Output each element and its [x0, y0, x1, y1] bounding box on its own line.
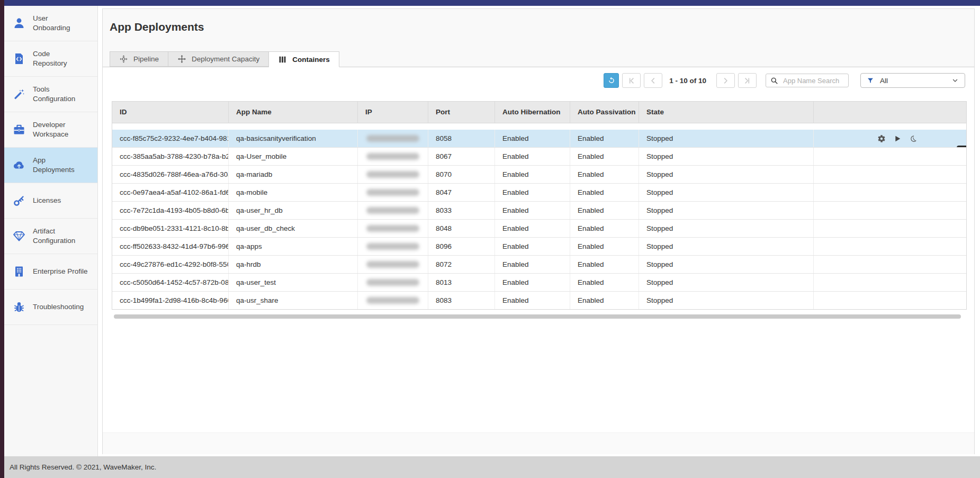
column-header-auto-hibernation: Auto Hibernation [495, 102, 570, 123]
cell-id: ccc-f85c75c2-9232-4ee7-b404-9810a8… [112, 130, 229, 147]
main-content: App Deployments Pipeline Deployment Capa… [98, 6, 980, 456]
tab-containers[interactable]: Containers [269, 51, 339, 67]
sidebar-item-app-deployments[interactable]: AppDeployments [4, 148, 97, 183]
search-input[interactable] [782, 76, 844, 85]
cell-id: ccc-4835d026-788f-46ea-a76d-30aac3… [112, 166, 229, 183]
table-row[interactable]: ccc-ff502633-8432-41d4-97b6-996156… qa-a… [112, 238, 966, 256]
cell-actions: Passivate [814, 130, 966, 147]
tab-pipeline[interactable]: Pipeline [110, 51, 168, 67]
cell-auto-passivation: Enabled [570, 274, 639, 291]
previous-page-button[interactable] [644, 73, 662, 88]
redacted-ip [366, 279, 419, 286]
cell-state: Stopped [639, 148, 814, 165]
cell-port: 8072 [428, 256, 495, 273]
table-toolbar: 1 - 10 of 10 All [103, 67, 974, 88]
cell-ip [358, 256, 428, 273]
cell-auto-passivation: Enabled [570, 238, 639, 255]
table-row[interactable]: ccc-385aa5ab-3788-4230-b78a-b2841c… qa-U… [112, 148, 966, 166]
columns-icon [278, 55, 287, 64]
table-row[interactable]: ccc-f85c75c2-9232-4ee7-b404-9810a8… qa-b… [112, 130, 966, 148]
cell-id: ccc-385aa5ab-3788-4230-b78a-b2841c… [112, 148, 229, 165]
cell-state: Stopped [639, 274, 814, 291]
cell-port: 8048 [428, 220, 495, 237]
user-icon [13, 17, 25, 30]
filter-dropdown[interactable]: All [860, 73, 965, 88]
cell-auto-passivation: Enabled [570, 184, 639, 201]
table-row[interactable]: ccc-49c27876-ed1c-4292-b0f8-550588… qa-h… [112, 256, 966, 274]
cell-auto-hibernation: Enabled [495, 148, 570, 165]
sidebar-item-label: ArtifactConfiguration [33, 227, 75, 246]
sidebar-item-troubleshooting[interactable]: Troubleshooting [4, 290, 97, 325]
column-header-state: State [639, 102, 814, 123]
cell-port: 8067 [428, 148, 495, 165]
cell-state: Stopped [639, 238, 814, 255]
sidebar-item-enterprise-profile[interactable]: Enterprise Profile [4, 254, 97, 290]
sidebar-item-label: CodeRepository [33, 49, 67, 68]
first-page-button[interactable] [622, 73, 641, 88]
cell-id: ccc-ff502633-8432-41d4-97b6-996156… [112, 238, 229, 255]
table-row[interactable]: ccc-0e97aea4-a5af-4102-86a1-fd60e16… qa-… [112, 184, 966, 202]
table-row[interactable]: ccc-c5050d64-1452-4c57-872b-086322… qa-u… [112, 274, 966, 292]
cell-port: 8013 [428, 274, 495, 291]
cell-auto-hibernation: Enabled [495, 130, 570, 147]
column-header-app-name: App Name [229, 102, 358, 123]
tab-bar: Pipeline Deployment Capacity Containers [110, 51, 339, 67]
cell-app-name: qa-user_db_check [229, 220, 358, 237]
diamond-icon [13, 230, 25, 242]
cell-ip [358, 220, 428, 237]
passivate-tooltip: Passivate [957, 146, 966, 147]
card-footer-strip [103, 432, 974, 454]
table-row[interactable]: ccc-4835d026-788f-46ea-a76d-30aac3… qa-m… [112, 166, 966, 184]
cell-actions [814, 184, 966, 201]
start-play-icon[interactable] [893, 134, 902, 143]
cell-state: Stopped [639, 166, 814, 183]
cell-actions [814, 256, 966, 273]
next-page-button[interactable] [716, 73, 735, 88]
chevron-down-icon [951, 77, 959, 84]
filter-funnel-icon [867, 77, 874, 84]
cell-auto-passivation: Enabled [570, 148, 639, 165]
cell-actions [814, 274, 966, 291]
cell-ip [358, 238, 428, 255]
move-arrows-icon [177, 55, 186, 64]
cell-state: Stopped [639, 184, 814, 201]
sidebar-item-developer-workspace[interactable]: DeveloperWorkspace [4, 112, 97, 148]
copyright-text: All Rights Reserved. © 2021, WaveMaker, … [10, 463, 156, 471]
table-row[interactable]: ccc-7e72c1da-4193-4b05-b8d0-6b9c54… qa-u… [112, 202, 966, 220]
cell-port: 8058 [428, 130, 495, 147]
column-header-ip: IP [358, 102, 428, 123]
cell-app-name: qa-apps [229, 238, 358, 255]
sidebar-item-artifact-configuration[interactable]: ArtifactConfiguration [4, 219, 97, 254]
cell-auto-hibernation: Enabled [495, 256, 570, 273]
cell-actions [814, 148, 966, 165]
refresh-button[interactable] [604, 73, 619, 88]
cell-id: ccc-49c27876-ed1c-4292-b0f8-550588… [112, 256, 229, 273]
sidebar-item-tools-configuration[interactable]: ToolsConfiguration [4, 77, 97, 112]
passivate-moon-icon[interactable] [909, 134, 918, 143]
sidebar-item-licenses[interactable]: Licenses [4, 183, 97, 219]
page-footer: All Rights Reserved. © 2021, WaveMaker, … [4, 456, 980, 478]
table-row[interactable]: ccc-db9be051-2331-4121-8c10-8bd277… qa-u… [112, 220, 966, 238]
sidebar-item-user-onboarding[interactable]: UserOnboarding [4, 6, 97, 41]
redacted-ip [366, 261, 419, 268]
tab-label: Deployment Capacity [192, 55, 259, 63]
cell-ip [358, 274, 428, 291]
tab-deployment-capacity[interactable]: Deployment Capacity [168, 51, 269, 67]
containers-table: ID App Name IP Port Auto Hibernation Aut… [112, 101, 967, 310]
redacted-ip [366, 171, 419, 178]
cell-ip [358, 184, 428, 201]
cell-app-name: qa-User_mobile [229, 148, 358, 165]
cell-actions [814, 292, 966, 309]
cell-id: ccc-0e97aea4-a5af-4102-86a1-fd60e16… [112, 184, 229, 201]
last-page-button[interactable] [738, 73, 757, 88]
table-row[interactable]: ccc-1b499fa1-2d98-416b-8c4b-960e68… qa-u… [112, 292, 966, 309]
horizontal-scrollbar-thumb[interactable] [114, 314, 961, 319]
sidebar-item-code-repository[interactable]: CodeRepository [4, 41, 97, 77]
sidebar-item-label: Troubleshooting [33, 302, 84, 312]
cell-app-name: qa-user_hr_db [229, 202, 358, 219]
bug-icon [13, 301, 25, 313]
cell-id: ccc-c5050d64-1452-4c57-872b-086322… [112, 274, 229, 291]
cell-state: Stopped [639, 130, 814, 147]
app-deployments-card: App Deployments Pipeline Deployment Capa… [102, 8, 975, 454]
settings-gear-icon[interactable] [877, 134, 886, 143]
